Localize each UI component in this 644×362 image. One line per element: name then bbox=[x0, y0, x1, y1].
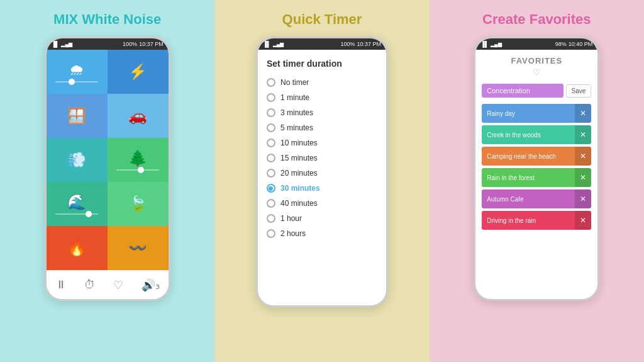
fav-item-rain-forest[interactable]: Rain in the forest ✕ bbox=[482, 168, 591, 187]
fire-icon: 🔥 bbox=[67, 239, 86, 257]
favorites-body: FAVORITES ♡ Concentration Save Rainy day… bbox=[475, 50, 597, 299]
wind-icon: 💨 bbox=[67, 151, 86, 169]
rain-slider-dot bbox=[69, 79, 75, 85]
timer-option-2[interactable]: 3 minutes bbox=[267, 105, 377, 120]
timer-icon[interactable]: ⏱ bbox=[84, 278, 96, 291]
cell-rain[interactable]: 🌧 bbox=[47, 50, 108, 94]
radio-1[interactable] bbox=[267, 93, 275, 102]
bottom-nav-1: ⏸ ⏱ ♡ 🔊₃ bbox=[47, 270, 169, 299]
signal-icon-3: ▐▌ bbox=[480, 41, 489, 47]
fav-item-driving[interactable]: Driving in the rain ✕ bbox=[482, 211, 591, 230]
forest-icon: 🌲 bbox=[128, 149, 147, 167]
timer-dialog-title: Set timer duration bbox=[267, 59, 377, 69]
cell-fire[interactable]: 🔥 bbox=[47, 226, 108, 270]
radio-7[interactable] bbox=[267, 184, 275, 193]
timer-label-2: 3 minutes bbox=[280, 108, 313, 117]
timer-option-0[interactable]: No timer bbox=[267, 75, 377, 90]
fav-remove-autumn[interactable]: ✕ bbox=[575, 189, 591, 208]
cell-car[interactable]: 🚗 bbox=[108, 94, 169, 138]
status-bar-1: ▐▌ ▂▄▆ 100% 10:37 PM bbox=[47, 38, 169, 50]
timer-label-7: 30 minutes bbox=[280, 184, 320, 193]
fav-remove-rain-forest[interactable]: ✕ bbox=[575, 168, 591, 187]
timer-option-10[interactable]: 2 hours bbox=[267, 226, 377, 241]
timer-option-3[interactable]: 5 minutes bbox=[267, 120, 377, 135]
fav-remove-driving[interactable]: ✕ bbox=[575, 211, 591, 230]
fav-label-camping: Camping near the beach bbox=[482, 153, 575, 160]
timer-label-10: 2 hours bbox=[280, 229, 306, 238]
radio-8[interactable] bbox=[267, 199, 275, 208]
cell-leaf[interactable]: 🍃 bbox=[108, 182, 169, 226]
fav-name-input[interactable]: Concentration bbox=[482, 84, 563, 98]
timer-option-6[interactable]: 20 minutes bbox=[267, 166, 377, 181]
timer-option-1[interactable]: 1 minute bbox=[267, 90, 377, 105]
thunder-icon: ⚡ bbox=[128, 63, 147, 81]
cell-thunder[interactable]: ⚡ bbox=[108, 50, 169, 94]
fav-label-driving: Driving in the rain bbox=[482, 217, 575, 224]
radio-10[interactable] bbox=[267, 229, 275, 238]
timer-option-5[interactable]: 15 minutes bbox=[267, 150, 377, 166]
fav-remove-rainy-day[interactable]: ✕ bbox=[575, 104, 591, 123]
timer-label-3: 5 minutes bbox=[280, 123, 313, 132]
fav-save-button[interactable]: Save bbox=[566, 84, 592, 98]
fav-header: FAVORITES ♡ bbox=[475, 50, 597, 84]
timer-label-8: 40 minutes bbox=[280, 199, 318, 208]
time-3: 10:40 PM bbox=[569, 41, 593, 47]
status-left-2: ▐▌ ▂▄▆ bbox=[263, 41, 284, 47]
radio-9[interactable] bbox=[267, 214, 275, 223]
radio-3[interactable] bbox=[267, 123, 275, 132]
panel-quick-timer: Quick Timer ▐▌ ▂▄▆ 100% 10:37 PM Set tim… bbox=[214, 0, 429, 362]
cell-waves[interactable]: 〰️ bbox=[108, 226, 169, 270]
status-right-2: 100% 10:37 PM bbox=[340, 41, 381, 47]
timer-option-9[interactable]: 1 hour bbox=[267, 211, 377, 226]
sound-grid: 🌧 ⚡ 🪟 🚗 💨 🌲 bbox=[47, 50, 169, 270]
timer-option-4[interactable]: 10 minutes bbox=[267, 135, 377, 150]
forest-slider[interactable] bbox=[116, 169, 159, 171]
phone-1: ▐▌ ▂▄▆ 100% 10:37 PM 🌧 ⚡ 🪟 bbox=[45, 37, 170, 301]
fav-list: Rainy day ✕ Creek in the woods ✕ Camping… bbox=[475, 101, 597, 232]
rain-slider[interactable] bbox=[55, 81, 98, 82]
radio-0[interactable] bbox=[267, 78, 275, 87]
panel1-title: MIX White Noise bbox=[53, 11, 161, 28]
heart-icon[interactable]: ♡ bbox=[113, 278, 123, 292]
fav-item-autumn[interactable]: Autumn Cafe ✕ bbox=[482, 189, 591, 208]
fav-item-camping[interactable]: Camping near the beach ✕ bbox=[482, 147, 591, 166]
leaf-icon: 🍃 bbox=[128, 195, 147, 213]
cell-forest[interactable]: 🌲 bbox=[108, 138, 169, 182]
water-icon: 🌊 bbox=[67, 193, 86, 211]
water-slider-dot bbox=[86, 211, 92, 217]
signal-bars-1: ▂▄▆ bbox=[61, 42, 72, 47]
panel-create-favorites: Create Favorites ▐▌ ▂▄▆ 98% 10:40 PM FAV… bbox=[430, 0, 644, 362]
status-left-1: ▐▌ ▂▄▆ bbox=[52, 41, 72, 47]
radio-5[interactable] bbox=[267, 154, 275, 162]
fav-remove-camping[interactable]: ✕ bbox=[575, 147, 591, 166]
fav-label-rainy-day: Rainy day bbox=[482, 110, 575, 117]
fav-remove-creek[interactable]: ✕ bbox=[575, 125, 591, 144]
cell-wind[interactable]: 💨 bbox=[47, 138, 108, 182]
fav-input-row: Concentration Save bbox=[475, 84, 597, 101]
fav-item-rainy-day[interactable]: Rainy day ✕ bbox=[482, 104, 591, 123]
timer-label-4: 10 minutes bbox=[280, 139, 318, 147]
radio-6[interactable] bbox=[267, 169, 275, 178]
radio-2[interactable] bbox=[267, 108, 275, 117]
radio-4[interactable] bbox=[267, 139, 275, 147]
cell-window[interactable]: 🪟 bbox=[47, 94, 108, 138]
timer-option-8[interactable]: 40 minutes bbox=[267, 196, 377, 211]
timer-option-7[interactable]: 30 minutes bbox=[267, 181, 377, 196]
fav-label-autumn: Autumn Cafe bbox=[482, 196, 575, 203]
pause-icon[interactable]: ⏸ bbox=[55, 278, 67, 291]
time-1: 10:37 PM bbox=[139, 41, 164, 47]
battery-3: 98% bbox=[555, 41, 567, 47]
signal-bars-3: ▂▄▆ bbox=[491, 42, 502, 47]
volume-icon[interactable]: 🔊₃ bbox=[142, 278, 160, 292]
signal-icon-1: ▐▌ bbox=[52, 41, 60, 47]
fav-item-creek[interactable]: Creek in the woods ✕ bbox=[482, 125, 591, 144]
window-icon: 🪟 bbox=[67, 107, 86, 125]
fav-label-rain-forest: Rain in the forest bbox=[482, 174, 575, 181]
status-bar-3: ▐▌ ▂▄▆ 98% 10:40 PM bbox=[475, 38, 597, 50]
cell-water[interactable]: 🌊 bbox=[47, 182, 108, 226]
signal-bars-2: ▂▄▆ bbox=[273, 42, 284, 47]
timer-dialog: Set timer duration No timer 1 minute 3 m… bbox=[258, 50, 386, 305]
panel-mix-white-noise: MIX White Noise ▐▌ ▂▄▆ 100% 10:37 PM 🌧 bbox=[0, 0, 214, 362]
fav-label-creek: Creek in the woods bbox=[482, 132, 575, 139]
water-slider[interactable] bbox=[55, 213, 98, 215]
